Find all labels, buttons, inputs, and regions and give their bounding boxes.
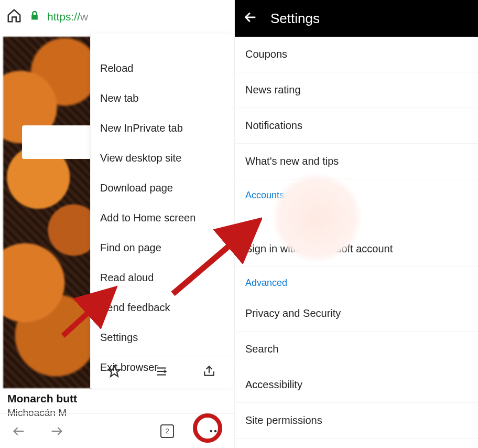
settings-section-advanced: Advanced bbox=[235, 267, 478, 296]
settings-header: Settings bbox=[235, 0, 478, 37]
menu-item-add-to-home-screen[interactable]: Add to Home screen bbox=[91, 203, 233, 233]
page-content: Reload New tab New InPrivate tab View de… bbox=[0, 34, 234, 388]
settings-item-search[interactable]: Search bbox=[235, 332, 478, 367]
lock-icon bbox=[29, 10, 40, 23]
menu-item-find-on-page[interactable]: Find on page bbox=[91, 233, 233, 263]
url-host-fragment: w bbox=[80, 10, 88, 23]
menu-item-view-desktop-site[interactable]: View desktop site bbox=[91, 143, 233, 173]
svg-marker-0 bbox=[108, 366, 120, 377]
settings-item-sign-in[interactable]: Sign in with a Microsoft account bbox=[235, 231, 478, 267]
settings-item-privacy[interactable]: Privacy and Security bbox=[235, 296, 478, 332]
svg-point-8 bbox=[210, 430, 213, 432]
menu-item-settings[interactable]: Settings bbox=[91, 323, 233, 353]
nav-tabs-button[interactable]: 2 bbox=[156, 424, 179, 438]
settings-item-notifications[interactable]: Notifications bbox=[235, 108, 478, 144]
menu-toolbar bbox=[91, 356, 233, 388]
background-image bbox=[3, 37, 91, 388]
settings-section-accounts: Accounts bbox=[235, 179, 478, 208]
overflow-menu: Reload New tab New InPrivate tab View de… bbox=[90, 34, 233, 388]
share-icon[interactable] bbox=[202, 365, 216, 380]
favorite-icon[interactable] bbox=[107, 365, 121, 380]
bottom-nav: 2 bbox=[0, 413, 234, 448]
settings-item-accessibility[interactable]: Accessibility bbox=[235, 367, 478, 403]
nav-back-button[interactable] bbox=[7, 424, 30, 439]
reading-list-icon[interactable] bbox=[155, 365, 168, 380]
home-icon[interactable] bbox=[6, 8, 22, 26]
tabs-count: 2 bbox=[160, 424, 174, 438]
menu-item-download-page[interactable]: Download page bbox=[91, 173, 233, 203]
settings-item-whats-new[interactable]: What's new and tips bbox=[235, 144, 478, 179]
settings-item-coupons[interactable]: Coupons bbox=[235, 37, 478, 72]
left-screenshot: https://w Reload New tab New InPrivate t… bbox=[0, 0, 234, 448]
settings-item-site-permissions[interactable]: Site permissions bbox=[235, 403, 478, 439]
settings-list: Coupons News rating Notifications What's… bbox=[235, 37, 478, 439]
menu-item-new-tab[interactable]: New tab bbox=[91, 83, 233, 113]
menu-item-send-feedback[interactable]: Send feedback bbox=[91, 293, 233, 323]
nav-more-button[interactable] bbox=[204, 424, 227, 439]
settings-item-news-rating[interactable]: News rating bbox=[235, 72, 478, 108]
caption-title: Monarch butt bbox=[7, 392, 84, 405]
svg-point-9 bbox=[214, 430, 217, 432]
menu-item-read-aloud[interactable]: Read aloud bbox=[91, 263, 233, 293]
url-text[interactable]: https://w bbox=[47, 10, 88, 23]
address-bar: https://w bbox=[0, 0, 234, 34]
url-scheme: https:// bbox=[47, 10, 80, 23]
right-screenshot: Settings Coupons News rating Notificatio… bbox=[234, 0, 478, 448]
menu-item-reload[interactable]: Reload bbox=[91, 54, 233, 83]
menu-item-new-inprivate-tab[interactable]: New InPrivate tab bbox=[91, 113, 233, 143]
back-arrow-icon[interactable] bbox=[243, 10, 258, 27]
page-search-box[interactable] bbox=[22, 125, 91, 159]
nav-forward-button[interactable] bbox=[45, 424, 68, 439]
svg-point-10 bbox=[219, 430, 221, 432]
settings-title: Settings bbox=[270, 10, 320, 27]
